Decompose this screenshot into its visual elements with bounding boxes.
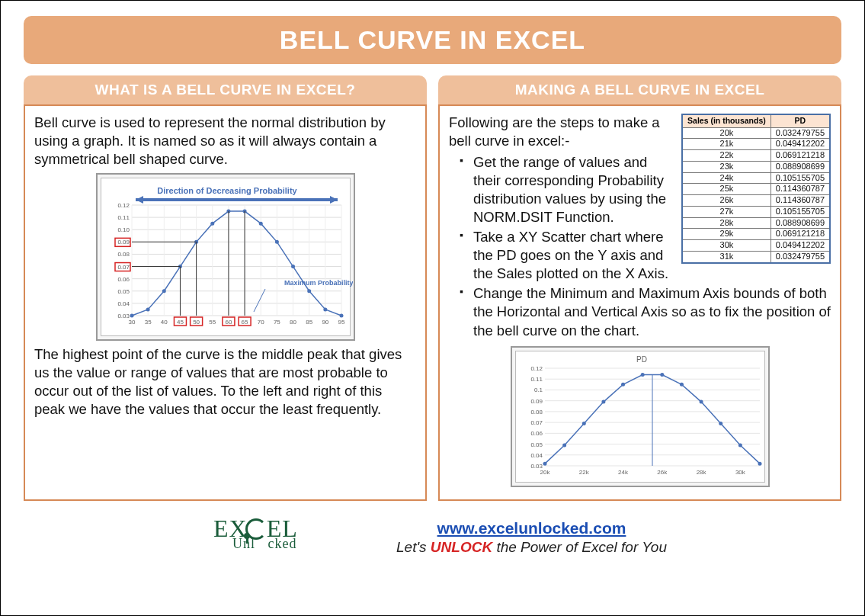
svg-text:0.06: 0.06	[530, 430, 543, 437]
left-para-2: The highest point of the curve is the mi…	[34, 345, 416, 419]
svg-text:40: 40	[160, 319, 167, 326]
chart2-svg: PD 0.030.040.050.060.070.080.090.10.110.…	[516, 351, 767, 477]
right-body: Sales (in thousands)PD 20k0.03247975521k…	[438, 104, 841, 501]
svg-text:0.05: 0.05	[117, 288, 130, 295]
table-row: 20k0.032479755	[682, 127, 830, 139]
svg-text:0.10: 0.10	[117, 226, 130, 233]
svg-point-49	[130, 314, 133, 318]
tagline-em: UNLOCK	[431, 539, 492, 555]
svg-text:90: 90	[322, 319, 328, 326]
svg-text:0.09: 0.09	[530, 397, 543, 404]
svg-point-99	[543, 461, 546, 465]
svg-text:0.05: 0.05	[530, 441, 543, 448]
bell-curve-chart-1: Direction of Decreasing Probability 0.03…	[96, 173, 355, 341]
svg-point-105	[660, 373, 664, 377]
steps-list: Get the range of values and their corres…	[449, 153, 831, 339]
svg-text:30: 30	[128, 319, 135, 326]
svg-text:20k: 20k	[540, 469, 550, 476]
svg-rect-0	[132, 205, 341, 316]
svg-point-51	[162, 289, 165, 293]
svg-text:0.12: 0.12	[117, 202, 130, 209]
svg-text:0.09: 0.09	[117, 239, 130, 245]
svg-text:22k: 22k	[578, 469, 589, 476]
svg-point-109	[738, 443, 742, 447]
table-row: 21k0.049412202	[682, 139, 830, 150]
right-header: MAKING A BELL CURVE IN EXCEL	[438, 75, 841, 104]
left-column: WHAT IS A BELL CURVE IN EXCEL? Bell curv…	[24, 75, 427, 501]
svg-text:60: 60	[225, 319, 232, 326]
chart2-title: PD	[636, 355, 647, 364]
svg-text:85: 85	[306, 319, 312, 326]
svg-point-50	[146, 308, 149, 312]
svg-text:0.04: 0.04	[530, 451, 543, 458]
svg-point-100	[562, 443, 566, 447]
svg-text:50: 50	[193, 319, 200, 326]
svg-text:0.07: 0.07	[530, 419, 543, 426]
chart1-svg: Direction of Decreasing Probability 0.03…	[101, 178, 353, 331]
svg-text:0.04: 0.04	[117, 300, 130, 307]
svg-text:24k: 24k	[618, 469, 629, 476]
svg-point-54	[210, 222, 214, 226]
svg-text:70: 70	[257, 319, 264, 326]
logo: EXEL Unl cked	[198, 515, 351, 560]
svg-text:0.07: 0.07	[117, 264, 130, 271]
table-header: Sales (in thousands)	[682, 114, 770, 127]
svg-text:0.1: 0.1	[533, 387, 543, 393]
svg-point-57	[258, 222, 262, 226]
svg-text:0.06: 0.06	[117, 276, 130, 283]
bell-curve-chart-2: PD 0.030.040.050.060.070.080.090.10.110.…	[511, 346, 770, 487]
svg-point-60	[307, 289, 311, 293]
tagline-post: the Power of Excel for You	[492, 539, 667, 555]
list-item: Get the range of values and their corres…	[463, 153, 831, 226]
svg-point-58	[274, 240, 278, 244]
chart1-title: Direction of Decreasing Probability	[157, 186, 297, 195]
left-para-1: Bell curve is used to represent the norm…	[34, 114, 416, 168]
svg-point-102	[601, 399, 605, 403]
svg-text:35: 35	[144, 319, 151, 326]
tagline: Let's UNLOCK the Power of Excel for You	[396, 539, 667, 556]
svg-point-61	[323, 308, 327, 312]
svg-point-103	[621, 382, 625, 386]
left-body: Bell curve is used to represent the norm…	[24, 104, 427, 501]
content-columns: WHAT IS A BELL CURVE IN EXCEL? Bell curv…	[24, 75, 841, 501]
chart1-grid	[132, 205, 341, 316]
chart2-y-axis: 0.030.040.050.060.070.080.090.10.110.12	[530, 365, 760, 470]
svg-point-101	[581, 422, 585, 425]
list-item: Take a XY Scatter chart where the PD goe…	[463, 228, 831, 283]
svg-point-59	[291, 265, 295, 268]
arrow-right	[330, 196, 338, 204]
footer: EXEL Unl cked www.excelunlocked.com Let'…	[24, 515, 841, 560]
svg-point-104	[640, 373, 644, 377]
svg-point-107	[699, 399, 703, 403]
svg-text:0.11: 0.11	[117, 214, 130, 221]
main-title-bar: BELL CURVE IN EXCEL	[24, 16, 841, 64]
table-header: PD	[770, 114, 830, 127]
svg-text:26k: 26k	[657, 469, 668, 476]
svg-text:0.08: 0.08	[530, 408, 543, 415]
svg-point-62	[339, 314, 343, 318]
left-header: WHAT IS A BELL CURVE IN EXCEL?	[24, 75, 427, 104]
logo-bottom-text: Unl cked	[232, 536, 296, 552]
chart2-x-axis: 20k22k24k26k28k30k	[540, 469, 745, 476]
svg-text:0.08: 0.08	[117, 252, 130, 258]
tagline-pre: Let's	[396, 539, 431, 555]
svg-point-110	[758, 461, 761, 465]
svg-text:0.12: 0.12	[530, 365, 543, 372]
svg-text:45: 45	[177, 319, 184, 326]
main-title: BELL CURVE IN EXCEL	[33, 25, 832, 55]
svg-text:0.11: 0.11	[530, 376, 543, 383]
svg-text:28k: 28k	[696, 469, 706, 476]
svg-text:55: 55	[209, 319, 216, 326]
svg-text:95: 95	[338, 319, 344, 326]
svg-text:80: 80	[290, 319, 296, 326]
svg-point-108	[719, 422, 722, 425]
svg-text:65: 65	[241, 319, 248, 326]
svg-text:30k: 30k	[735, 469, 745, 476]
svg-text:75: 75	[273, 319, 280, 326]
list-item: Change the Minimum and Maximum Axis boun…	[463, 284, 831, 339]
svg-point-106	[679, 382, 683, 386]
footer-text: www.excelunlocked.com Let's UNLOCK the P…	[396, 519, 667, 556]
arrow-left	[136, 196, 143, 204]
website-link[interactable]: www.excelunlocked.com	[437, 519, 626, 537]
max-prob-label: Maximum Probability	[284, 279, 353, 287]
